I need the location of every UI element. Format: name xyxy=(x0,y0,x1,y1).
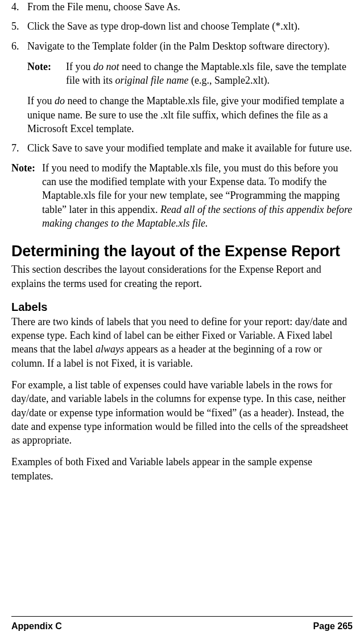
step-number: 7. xyxy=(11,141,27,155)
step-6: 6. Navigate to the Template folder (in t… xyxy=(11,39,353,53)
step-number: 4. xyxy=(11,0,27,14)
text-frag: If you xyxy=(27,95,55,106)
step-text: Click the Save as type drop-down list an… xyxy=(27,19,353,33)
text-frag: need to change the Maptable.xls file, gi… xyxy=(27,95,344,134)
footer-right: Page 265 xyxy=(313,621,353,631)
labels-paragraph-1: There are two kinds of labels that you n… xyxy=(11,315,353,370)
text-frag: If you xyxy=(66,61,93,72)
note-text: If you do not need to change the Maptabl… xyxy=(66,60,353,88)
labels-paragraph-3: Examples of both Fixed and Variable labe… xyxy=(11,455,353,483)
nested-note: Note: If you do not need to change the M… xyxy=(27,60,353,88)
page-footer: Appendix C Page 265 xyxy=(11,616,353,631)
step-text: From the File menu, choose Save As. xyxy=(27,0,353,14)
emphasis: always xyxy=(96,343,124,355)
note-text: If you need to modify the Maptable.xls f… xyxy=(42,161,353,230)
subsection-heading: Labels xyxy=(11,301,353,314)
section-heading: Determining the layout of the Expense Re… xyxy=(11,243,353,260)
footer-left: Appendix C xyxy=(11,621,62,631)
ordered-steps-cont: 7. Click Save to save your modified temp… xyxy=(11,141,353,155)
outer-note: Note: If you need to modify the Maptable… xyxy=(11,161,353,230)
step-text: Navigate to the Template folder (in the … xyxy=(27,39,353,53)
step-text: Click Save to save your modified templat… xyxy=(27,141,353,155)
step-number: 6. xyxy=(11,39,27,53)
step-5: 5. Click the Save as type drop-down list… xyxy=(11,19,353,33)
ordered-steps: 4. From the File menu, choose Save As. 5… xyxy=(11,0,353,53)
step-6-continuation: If you do need to change the Maptable.xl… xyxy=(27,94,353,136)
emphasis: original file name xyxy=(115,75,189,86)
emphasis: do not xyxy=(93,61,119,72)
note-label: Note: xyxy=(27,60,66,88)
labels-paragraph-2: For example, a list table of expenses co… xyxy=(11,378,353,447)
text-frag: (e.g., Sample2.xlt). xyxy=(189,75,270,86)
step-number: 5. xyxy=(11,19,27,33)
step-4: 4. From the File menu, choose Save As. xyxy=(11,0,353,14)
section-intro: This section describes the layout consid… xyxy=(11,262,353,290)
note-label: Note: xyxy=(11,161,42,230)
emphasis: do xyxy=(55,95,65,106)
step-7: 7. Click Save to save your modified temp… xyxy=(11,141,353,155)
page-content: 4. From the File menu, choose Save As. 5… xyxy=(11,0,353,483)
